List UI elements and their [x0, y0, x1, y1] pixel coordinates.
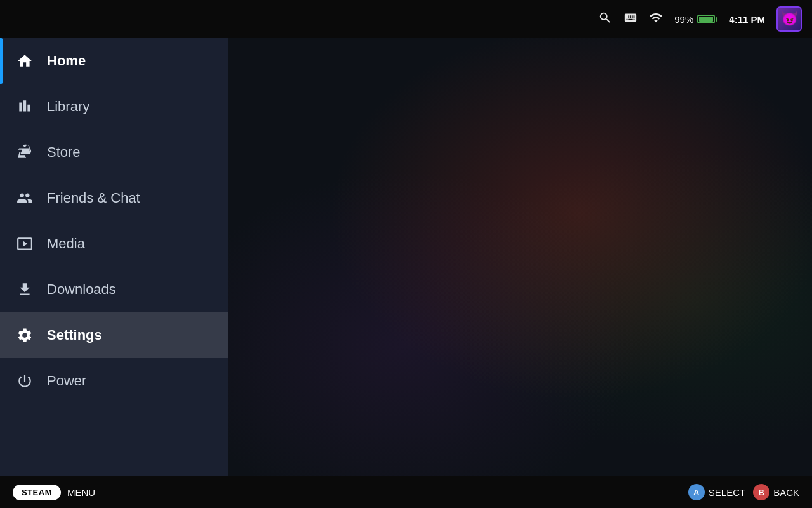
keyboard-icon[interactable] — [624, 11, 638, 28]
settings-icon — [15, 326, 34, 345]
battery-percent: 99% — [674, 14, 693, 25]
topbar-icons: 99% 4:11 PM 😈 — [598, 6, 802, 32]
bottombar: STEAM MENU A SELECT B BACK — [0, 476, 812, 508]
select-label: SELECT — [709, 487, 745, 498]
avatar[interactable]: 😈 — [776, 6, 802, 32]
sidebar-item-library[interactable]: Library — [0, 84, 228, 130]
sidebar-item-power[interactable]: Power — [0, 358, 228, 404]
battery-indicator: 99% — [674, 14, 717, 25]
sidebar-label-settings: Settings — [47, 327, 102, 344]
sidebar-item-home[interactable]: Home — [0, 38, 228, 84]
sidebar: Home Library Store Friends & Chat Media … — [0, 38, 228, 476]
sidebar-label-power: Power — [47, 373, 86, 389]
bottom-right-hints: A SELECT B BACK — [688, 484, 799, 500]
sidebar-label-home: Home — [47, 53, 86, 69]
back-label: BACK — [773, 487, 799, 498]
sidebar-label-media: Media — [47, 236, 85, 252]
store-icon — [15, 143, 34, 162]
power-icon — [15, 371, 34, 391]
avatar-image: 😈 — [781, 11, 798, 27]
friends-icon — [15, 189, 34, 208]
sidebar-label-downloads: Downloads — [47, 281, 116, 298]
sidebar-item-downloads[interactable]: Downloads — [0, 267, 228, 312]
sidebar-item-friends[interactable]: Friends & Chat — [0, 175, 228, 221]
media-icon — [15, 234, 34, 253]
sidebar-label-friends: Friends & Chat — [47, 190, 140, 206]
battery-icon — [697, 15, 717, 23]
back-hint: B BACK — [753, 484, 799, 500]
library-icon — [15, 97, 34, 116]
steam-button[interactable]: STEAM — [13, 485, 61, 500]
menu-label: MENU — [67, 487, 95, 498]
sidebar-label-library: Library — [47, 98, 89, 115]
background-content — [228, 38, 812, 476]
topbar: 99% 4:11 PM 😈 — [0, 0, 812, 38]
select-hint: A SELECT — [688, 484, 745, 500]
signal-icon — [649, 11, 663, 28]
search-icon[interactable] — [598, 11, 612, 28]
b-button: B — [753, 484, 769, 500]
downloads-icon — [15, 280, 34, 299]
sidebar-item-media[interactable]: Media — [0, 221, 228, 267]
sidebar-item-store[interactable]: Store — [0, 130, 228, 175]
clock: 4:11 PM — [729, 14, 765, 25]
a-button: A — [688, 484, 705, 500]
home-icon — [15, 51, 34, 70]
background-blur — [228, 38, 812, 476]
sidebar-label-store: Store — [47, 144, 81, 161]
sidebar-item-settings[interactable]: Settings — [0, 312, 228, 358]
